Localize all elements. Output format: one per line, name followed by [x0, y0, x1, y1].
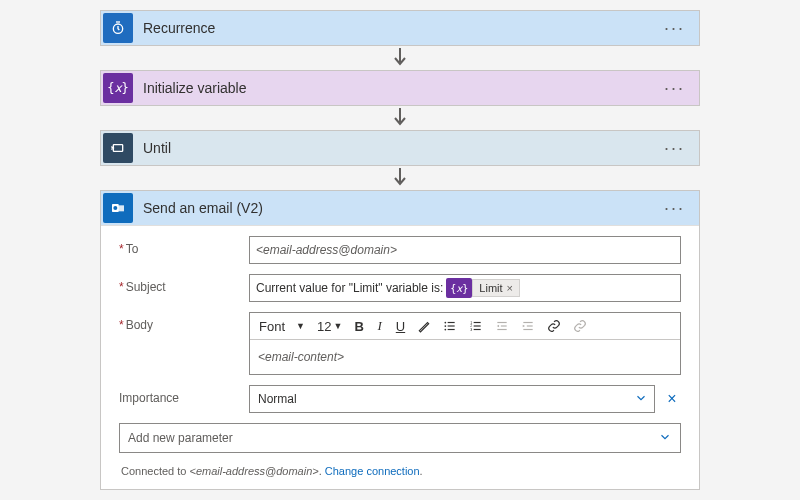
- number-list-button[interactable]: 123: [464, 317, 488, 335]
- step-send-email: Send an email (V2) ··· *To <email-addres…: [100, 190, 700, 490]
- font-size-select[interactable]: 12▼: [312, 317, 347, 336]
- add-parameter-select[interactable]: Add new parameter: [119, 423, 681, 453]
- loop-icon: [103, 133, 133, 163]
- italic-button[interactable]: I: [371, 316, 389, 336]
- svg-rect-1: [113, 145, 122, 152]
- highlight-button[interactable]: [412, 317, 436, 335]
- variable-token[interactable]: Limit ×: [472, 279, 520, 297]
- svg-rect-18: [501, 325, 507, 326]
- chevron-down-icon: [634, 391, 648, 408]
- link-button[interactable]: [542, 317, 566, 335]
- outdent-button[interactable]: [490, 317, 514, 335]
- svg-rect-22: [524, 329, 533, 330]
- step-until-header[interactable]: Until ···: [101, 131, 699, 165]
- to-label: *To: [119, 236, 249, 256]
- unlink-button[interactable]: [568, 317, 592, 335]
- connector-arrow: [392, 168, 408, 188]
- svg-rect-20: [524, 322, 533, 323]
- change-connection-link[interactable]: Change connection: [325, 465, 420, 477]
- rich-text-toolbar: Font▼ 12▼ B I U 123: [250, 313, 680, 340]
- remove-field-button[interactable]: ×: [663, 390, 681, 408]
- step-menu-icon[interactable]: ···: [660, 198, 689, 219]
- subject-label: *Subject: [119, 274, 249, 294]
- to-input[interactable]: <email-address@domain>: [249, 236, 681, 264]
- svg-rect-10: [448, 329, 455, 330]
- importance-label: Importance: [119, 385, 249, 405]
- subject-input[interactable]: Current value for "Limit" variable is: {…: [249, 274, 681, 302]
- svg-rect-3: [117, 205, 124, 211]
- bold-button[interactable]: B: [349, 317, 368, 336]
- variable-token-icon: {x}: [446, 278, 472, 298]
- step-recurrence-title: Recurrence: [143, 20, 660, 36]
- svg-rect-6: [448, 322, 455, 323]
- flow-canvas: Recurrence ··· {x} Initialize variable ·…: [0, 0, 800, 490]
- step-recurrence[interactable]: Recurrence ···: [100, 10, 700, 46]
- svg-point-5: [445, 322, 447, 324]
- step-menu-icon[interactable]: ···: [660, 18, 689, 39]
- step-menu-icon[interactable]: ···: [660, 78, 689, 99]
- connection-footer: Connected to <email-address@domain>. Cha…: [119, 461, 681, 483]
- step-email-header[interactable]: Send an email (V2) ···: [101, 191, 699, 225]
- svg-rect-17: [498, 322, 507, 323]
- underline-button[interactable]: U: [391, 317, 410, 336]
- step-variable-header[interactable]: {x} Initialize variable ···: [101, 71, 699, 105]
- step-until[interactable]: Until ···: [100, 130, 700, 166]
- field-row-body: *Body Font▼ 12▼ B I U: [119, 312, 681, 375]
- svg-rect-13: [474, 329, 481, 330]
- step-email-title: Send an email (V2): [143, 200, 660, 216]
- clock-icon: [103, 13, 133, 43]
- svg-text:3: 3: [470, 328, 472, 332]
- chevron-down-icon: [658, 430, 672, 447]
- subject-text: Current value for "Limit" variable is:: [256, 281, 443, 295]
- step-variable-title: Initialize variable: [143, 80, 660, 96]
- outlook-icon: [103, 193, 133, 223]
- svg-rect-12: [474, 325, 481, 326]
- variable-icon: {x}: [103, 73, 133, 103]
- to-placeholder: <email-address@domain>: [256, 243, 397, 257]
- step-email-body: *To <email-address@domain> *Subject Curr…: [101, 225, 699, 489]
- svg-point-9: [445, 329, 447, 331]
- field-row-to: *To <email-address@domain>: [119, 236, 681, 264]
- svg-rect-11: [474, 322, 481, 323]
- body-label: *Body: [119, 312, 249, 332]
- svg-point-7: [445, 325, 447, 327]
- connector-arrow: [392, 108, 408, 128]
- step-until-title: Until: [143, 140, 660, 156]
- svg-rect-8: [448, 325, 455, 326]
- step-menu-icon[interactable]: ···: [660, 138, 689, 159]
- bullet-list-button[interactable]: [438, 317, 462, 335]
- indent-button[interactable]: [516, 317, 540, 335]
- connector-arrow: [392, 48, 408, 68]
- step-recurrence-header[interactable]: Recurrence ···: [101, 11, 699, 45]
- token-remove-icon[interactable]: ×: [507, 282, 513, 294]
- field-row-importance: Importance Normal ×: [119, 385, 681, 413]
- importance-select[interactable]: Normal: [249, 385, 655, 413]
- field-row-subject: *Subject Current value for "Limit" varia…: [119, 274, 681, 302]
- svg-point-4: [113, 206, 117, 210]
- svg-rect-21: [527, 325, 533, 326]
- body-input[interactable]: <email-content>: [250, 340, 680, 374]
- svg-rect-19: [498, 329, 507, 330]
- font-select[interactable]: Font▼: [254, 317, 310, 336]
- body-editor: Font▼ 12▼ B I U 123: [249, 312, 681, 375]
- step-initialize-variable[interactable]: {x} Initialize variable ···: [100, 70, 700, 106]
